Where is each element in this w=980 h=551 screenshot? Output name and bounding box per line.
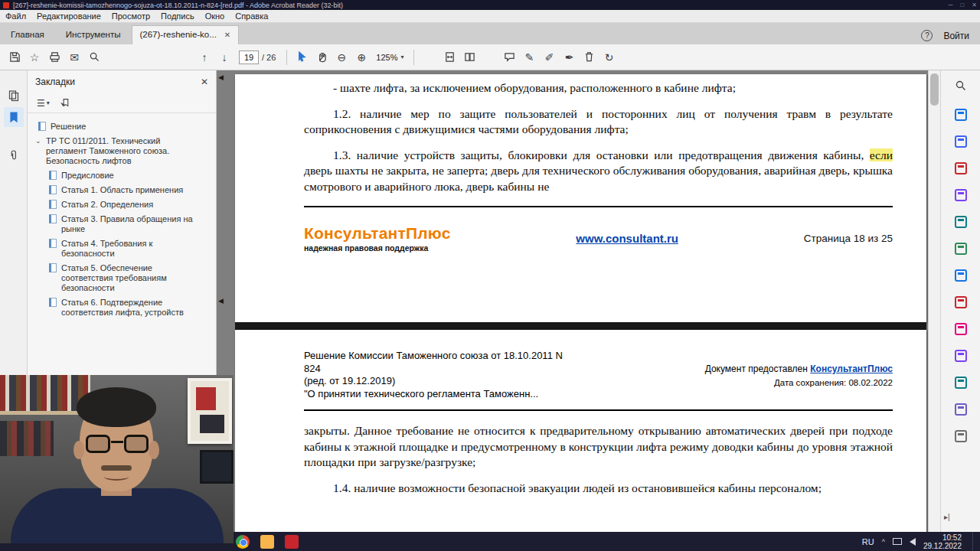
paragraph: 1.2. наличие мер по защите пользователей… <box>304 106 893 138</box>
tab-close-icon[interactable]: ✕ <box>224 31 230 39</box>
page-thumbnails-icon[interactable] <box>4 86 24 106</box>
zoom-level-select[interactable]: 125% ▾ <box>371 51 408 64</box>
help-icon[interactable]: ? <box>921 30 933 41</box>
draw-icon[interactable]: ✐ <box>540 47 560 67</box>
page-info-label: Страница 18 из 25 <box>804 233 893 244</box>
panel-collapse-arrow-icon[interactable]: ◀ <box>218 73 224 81</box>
zoom-out-icon[interactable]: ⊖ <box>332 47 351 67</box>
sign-in-button[interactable]: Войти <box>943 31 969 41</box>
menu-window[interactable]: Окно <box>200 11 230 21</box>
export-pdf-icon[interactable] <box>952 159 970 178</box>
bookmark-icon <box>49 298 57 307</box>
bookmarks-panel-title: Закладки <box>35 77 75 87</box>
language-indicator[interactable]: RU <box>862 537 874 546</box>
taskbar-browser-icon[interactable] <box>236 535 250 549</box>
select-tool-icon[interactable] <box>292 47 312 67</box>
star-favorites-icon[interactable]: ☆ <box>24 47 44 67</box>
bookmark-icon <box>49 171 57 180</box>
compress-pdf-icon[interactable] <box>952 266 970 285</box>
combine-files-icon[interactable] <box>952 213 970 231</box>
tray-chevron-icon[interactable]: ^ <box>882 538 885 546</box>
menu-help[interactable]: Справка <box>230 11 273 21</box>
consultant-link[interactable]: КонсультантПлюс <box>810 364 893 374</box>
show-desktop-button[interactable] <box>972 532 975 551</box>
fit-width-icon[interactable] <box>440 47 460 67</box>
volume-icon[interactable] <box>910 538 916 546</box>
search-icon[interactable] <box>952 77 970 95</box>
page-view-icon[interactable] <box>460 47 480 67</box>
paragraph: - шахте лифта, за исключением оборудован… <box>304 80 893 96</box>
send-for-signature-icon[interactable] <box>952 347 970 365</box>
chevron-expanded-icon[interactable]: ⌄ <box>35 136 46 146</box>
menu-view[interactable]: Просмотр <box>106 11 155 21</box>
go-to-current-bookmark-icon[interactable] <box>60 98 70 108</box>
delete-icon[interactable] <box>580 47 599 67</box>
page-number-input[interactable] <box>239 51 259 64</box>
comment-icon[interactable] <box>500 47 520 67</box>
title-bar: [267]-reshenie-komissii-tamozhennogo-soj… <box>0 0 980 10</box>
taskbar-acrobat-icon[interactable] <box>285 535 299 549</box>
stamp-tool-icon[interactable] <box>952 373 970 392</box>
consultant-url-link[interactable]: www.consultant.ru <box>576 232 678 245</box>
bookmarks-panel-icon[interactable] <box>4 107 24 127</box>
doc-title-line: "О принятии технического регламента Тамо… <box>304 388 626 401</box>
bookmark-item[interactable]: Статья 5. Обеспечение соответствия требо… <box>32 261 213 295</box>
rotate-icon[interactable]: ↻ <box>599 47 619 67</box>
save-icon[interactable] <box>5 47 24 67</box>
paragraph: закрыты. Данное требование не относится … <box>304 423 893 471</box>
email-icon[interactable]: ✉ <box>64 47 84 67</box>
footer-rule <box>304 206 893 207</box>
expand-tools-panel-icon[interactable]: ▸| <box>944 513 950 521</box>
next-page-icon[interactable]: ↓ <box>214 47 234 67</box>
zoom-level-value: 125% <box>376 53 397 62</box>
panel-collapse-arrow-icon[interactable]: ◀ <box>218 297 224 305</box>
tab-document[interactable]: (267)-reshenie-ko... ✕ <box>132 25 240 44</box>
zoom-in-icon[interactable]: ⊕ <box>351 47 371 67</box>
edit-pdf-icon[interactable] <box>952 132 970 151</box>
bookmark-item[interactable]: Статья 1. Область применения <box>32 183 213 197</box>
bookmark-item[interactable]: Статья 6. Подтверждение соответствия лиф… <box>32 295 213 320</box>
menu-file[interactable]: Файл <box>0 11 31 21</box>
consultant-logo: КонсультантПлюс <box>304 224 451 243</box>
more-tools-icon[interactable] <box>952 427 970 445</box>
fill-and-sign-icon[interactable] <box>952 320 970 338</box>
scrollbar-thumb[interactable] <box>930 73 939 106</box>
bookmark-item[interactable]: Предисловие <box>32 168 213 183</box>
webcam-overlay <box>0 375 234 543</box>
tab-tools[interactable]: Инструменты <box>55 25 132 44</box>
create-pdf-icon[interactable] <box>952 106 970 124</box>
pdf-page-19: Решение Комиссии Таможенного союза от 18… <box>235 330 926 532</box>
bookmark-item[interactable]: Статья 4. Требования к безопасности <box>32 236 213 261</box>
print-icon[interactable] <box>44 47 64 67</box>
maximize-button[interactable]: □ <box>960 2 964 8</box>
bookmark-item[interactable]: Статья 2. Определения <box>32 197 213 212</box>
bookmarks-options-icon[interactable]: ☰▾ <box>37 98 50 109</box>
pdf-page-18: - шахте лифта, за исключением оборудован… <box>235 74 926 322</box>
previous-page-icon[interactable]: ↑ <box>194 47 214 67</box>
close-button[interactable]: ✕ <box>972 2 977 8</box>
search-icon[interactable] <box>84 47 104 67</box>
attachments-icon[interactable] <box>4 145 24 165</box>
signature-icon[interactable]: ✒ <box>560 47 580 67</box>
network-icon[interactable] <box>893 538 902 545</box>
menu-sign[interactable]: Подпись <box>155 11 200 21</box>
organize-pages-icon[interactable] <box>952 240 970 258</box>
measure-tool-icon[interactable] <box>952 400 970 419</box>
protect-pdf-icon[interactable] <box>952 293 970 311</box>
tab-document-label: (267)-reshenie-ko... <box>140 30 217 39</box>
bookmark-item[interactable]: Статья 3. Правила обращения на рынке <box>32 212 213 236</box>
consultant-tagline: надежная правовая поддержка <box>304 243 451 253</box>
taskbar-clock[interactable]: 10:52 29.12.2022 <box>923 533 962 550</box>
bookmark-item[interactable]: ⌄ ТР ТС 011/2011. Технический регламент … <box>32 134 213 168</box>
bookmarks-close-icon[interactable]: ✕ <box>201 77 208 87</box>
minimize-button[interactable]: ─ <box>949 2 953 8</box>
bookmark-item[interactable]: Решение <box>32 119 213 134</box>
taskbar-explorer-icon[interactable] <box>260 535 274 549</box>
provided-by-line: Документ предоставлен КонсультантПлюс <box>705 364 893 375</box>
highlight-icon[interactable]: ✎ <box>520 47 540 67</box>
tab-home[interactable]: Главная <box>0 25 55 44</box>
hand-tool-icon[interactable] <box>312 47 332 67</box>
vertical-scrollbar[interactable] <box>928 70 940 532</box>
menu-edit[interactable]: Редактирование <box>31 11 106 21</box>
comment-tool-icon[interactable] <box>952 186 970 204</box>
